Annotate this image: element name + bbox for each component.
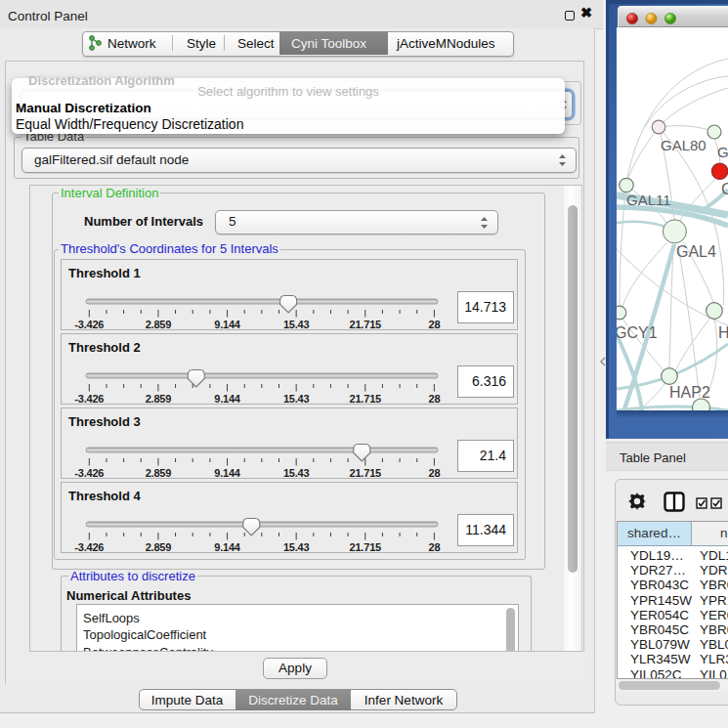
svg-text:GAL11: GAL11 — [626, 192, 671, 208]
svg-text:GAL80: GAL80 — [661, 137, 707, 153]
svg-text:HAP2: HAP2 — [669, 384, 710, 401]
svg-text:GA: GA — [717, 144, 728, 160]
svg-text:H: H — [718, 324, 728, 341]
svg-text:GCY1: GCY1 — [617, 324, 658, 341]
svg-text:C: C — [721, 180, 728, 198]
svg-text:GAL4: GAL4 — [676, 243, 716, 260]
